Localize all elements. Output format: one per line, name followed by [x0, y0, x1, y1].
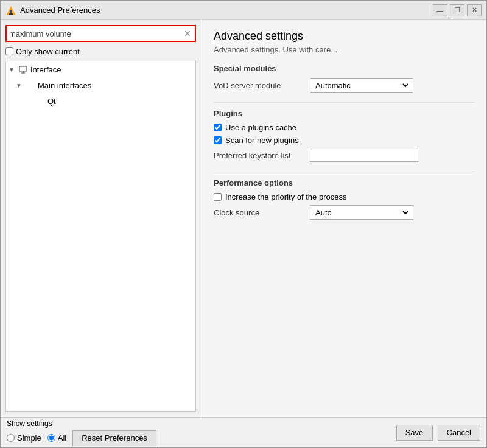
tree-item-main-interfaces[interactable]: ▼ Main interfaces: [6, 77, 195, 93]
radio-all-option[interactable]: All: [47, 433, 66, 443]
search-input[interactable]: [9, 29, 183, 38]
tree-expander-main-interfaces[interactable]: ▼: [16, 82, 23, 89]
vod-server-label: VoD server module: [214, 81, 305, 90]
title-bar-left: Advanced Preferences: [5, 5, 100, 16]
scan-plugins-row[interactable]: Scan for new plugins: [214, 136, 474, 145]
section-plugins: Plugins Use a plugins cache Scan for new…: [214, 109, 474, 162]
close-button[interactable]: ✕: [467, 4, 482, 16]
search-clear-button[interactable]: ✕: [183, 29, 192, 38]
priority-checkbox[interactable]: [214, 193, 222, 201]
left-panel: ✕ Only show current ▼: [1, 20, 201, 417]
reset-preferences-button[interactable]: Reset Preferences: [72, 430, 156, 446]
title-bar-title: Advanced Preferences: [20, 5, 100, 15]
radio-simple[interactable]: [7, 434, 15, 442]
right-panel: Advanced settings Advanced settings. Use…: [201, 20, 486, 417]
tree-container: ▼ Interface: [5, 61, 196, 412]
interface-svg-icon: [19, 65, 27, 74]
tree-item-interface[interactable]: ▼ Interface: [6, 61, 195, 77]
only-show-current-label[interactable]: Only show current: [16, 47, 80, 56]
vod-server-select[interactable]: Automatic None: [313, 80, 410, 91]
scan-plugins-checkbox[interactable]: [214, 136, 222, 144]
section-title-plugins: Plugins: [214, 109, 474, 118]
plugins-cache-row[interactable]: Use a plugins cache: [214, 123, 474, 132]
main-interfaces-icon: [26, 80, 35, 90]
tree-label-main-interfaces: Main interfaces: [38, 81, 91, 90]
divider-1: [214, 102, 474, 103]
tree-expander-interface[interactable]: ▼: [9, 66, 16, 73]
keystore-label: Preferred keystore list: [214, 151, 305, 160]
priority-label[interactable]: Increase the priority of the process: [225, 192, 346, 201]
tree-label-qt: Qt: [47, 97, 56, 106]
divider-2: [214, 172, 474, 172]
title-bar-buttons: — ☐ ✕: [433, 4, 482, 16]
title-bar: Advanced Preferences — ☐ ✕: [1, 1, 486, 20]
qt-icon: [35, 96, 45, 106]
radio-simple-option[interactable]: Simple: [7, 433, 41, 443]
right-panel-subtitle: Advanced settings. Use with care...: [214, 45, 474, 54]
section-special-modules: Special modules VoD server module Automa…: [214, 64, 474, 93]
svg-rect-1: [10, 10, 12, 13]
search-box-container[interactable]: ✕: [5, 25, 196, 42]
section-title-special-modules: Special modules: [214, 64, 474, 73]
main-window: Advanced Preferences — ☐ ✕ ✕ Only show c…: [0, 0, 487, 448]
tree-item-qt[interactable]: Qt: [6, 93, 195, 109]
plugins-cache-checkbox[interactable]: [214, 124, 222, 131]
bottom-bar: Show settings Simple All Reset Preferenc…: [1, 417, 486, 447]
keystore-input[interactable]: [310, 149, 418, 162]
vlc-app-icon: [5, 5, 16, 16]
save-button[interactable]: Save: [396, 425, 433, 441]
interface-icon: [18, 65, 28, 74]
minimize-button[interactable]: —: [433, 4, 447, 16]
radio-all[interactable]: [47, 434, 55, 442]
right-panel-title: Advanced settings: [214, 30, 474, 43]
tree-label-interface: Interface: [30, 65, 61, 74]
radio-all-label: All: [58, 433, 66, 443]
plugins-cache-label[interactable]: Use a plugins cache: [225, 123, 296, 132]
clock-source-select[interactable]: Auto System Monotonic: [313, 208, 410, 218]
clock-source-label: Clock source: [214, 208, 305, 217]
vod-server-dropdown[interactable]: Automatic None: [310, 78, 413, 93]
clock-source-row: Clock source Auto System Monotonic: [214, 205, 474, 220]
scan-plugins-label[interactable]: Scan for new plugins: [225, 136, 299, 145]
priority-row[interactable]: Increase the priority of the process: [214, 192, 474, 201]
only-show-current-checkbox[interactable]: [5, 47, 13, 55]
bottom-right: Save Cancel: [396, 425, 480, 441]
section-performance: Performance options Increase the priorit…: [214, 178, 474, 220]
only-show-current-row[interactable]: Only show current: [5, 46, 196, 57]
vod-server-row: VoD server module Automatic None: [214, 78, 474, 93]
svg-rect-2: [9, 13, 13, 15]
svg-rect-3: [19, 66, 27, 71]
clock-source-dropdown[interactable]: Auto System Monotonic: [310, 205, 413, 220]
main-content: ✕ Only show current ▼: [1, 20, 486, 417]
maximize-button[interactable]: ☐: [450, 4, 464, 16]
bottom-left: Show settings Simple All Reset Preferenc…: [7, 419, 156, 446]
radio-simple-label: Simple: [17, 433, 41, 443]
section-title-performance: Performance options: [214, 178, 474, 187]
cancel-button[interactable]: Cancel: [438, 425, 480, 441]
radio-group: Simple All Reset Preferences: [7, 430, 156, 446]
show-settings-label: Show settings: [7, 419, 156, 428]
keystore-row: Preferred keystore list: [214, 149, 474, 162]
